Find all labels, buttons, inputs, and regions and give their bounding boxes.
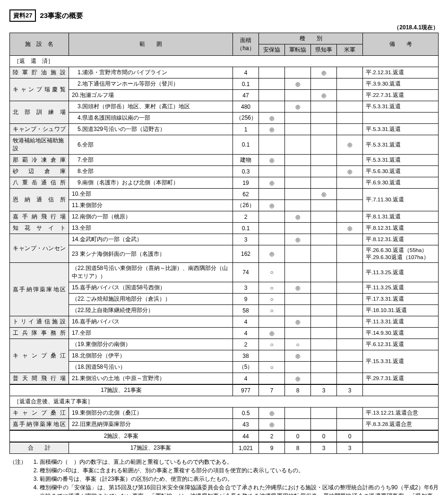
facility-cell: 嘉手納飛行場 (10, 211, 69, 223)
table-row: キャンプ桑江19.東側部分の北側（桑江）0.5◎平.13.12.21.返還合意 (10, 408, 439, 419)
facility-cell: キャンプ・シュワブ (10, 124, 69, 135)
section-header: ［返 還 済］ (10, 56, 439, 67)
table-row: 牧港補給地区補助施設 6.全部0.1◎平.5.3.31.返還 (10, 135, 439, 155)
table-row: 18.北側部分（伊平）38◎平.15.3.31.返還 (10, 350, 439, 362)
notes-list: 面積欄の（ ）内の数字は、直上の範囲と重複しているもので内数である。種別欄の○印… (30, 458, 439, 495)
facility-cell: 嘉手納弾薬庫地区 (10, 263, 69, 316)
th-t2: 軍転協 (285, 44, 311, 56)
th-t3: 県知事 (311, 44, 337, 56)
table-row: 北部訓練場 3.国頭村（伊部岳）地区、東村（高江）地区480◎平.5.3.31.… (10, 101, 439, 113)
th-type: 種 別 (259, 33, 363, 44)
table-row: 砂辺倉庫 8.全部0.3◎平.5.6.30.返還 (10, 166, 439, 177)
table-row: 20.泡瀬ゴルフ場47◎平.22.7.31.返還 (10, 90, 439, 101)
table-row: 15.嘉手納バイパス（国道58号西側）3○◎平.11.3.25.返還 (10, 282, 439, 294)
facility-cell: 知花サイト (10, 223, 69, 234)
total-label: 合 計 (10, 442, 69, 454)
th-area: 面積（ha） (233, 33, 259, 56)
table-row: （22.ごみ焼却施設用地部分（倉浜））9○平.17.3.31.返還 (10, 294, 439, 305)
table-row: （22.陸上自衛隊継続使用部分）58○平.18.10.31.返還 (10, 305, 439, 316)
table-body: ［返 還 済］陸軍貯油施設 1.浦添・宜野湾市間のパイプライン4◎平.2.12.… (10, 56, 439, 454)
facility-cell: 那覇冷凍倉庫 (10, 155, 69, 166)
table-row: 知花サイト13.全部0.1◎平.8.12.31.返還 (10, 223, 439, 234)
facility-cell: 恩納通信所 (10, 189, 69, 211)
table-row: 八重岳通信所 9.南側（名護市）および北側（本部町）19◎平.6.9.30.返還 (10, 177, 439, 189)
doc-title: 23事案の概要 (40, 11, 83, 20)
facility-cell: キャンプ・ハンセン (10, 234, 69, 263)
table-row: 工兵隊事務所17.全部4◎平.14.9.30.返還 (10, 328, 439, 339)
table-row: キャンプ・シュワブ 5.国道329号沿いの一部（辺野古）1◎平.5.3.31.返… (10, 124, 439, 135)
table-row: 陸軍貯油施設 1.浦添・宜野湾市間のパイプライン4◎平.2.12.31.返還 (10, 67, 439, 78)
note-item: 面積欄の（ ）内の数字は、直上の範囲と重複しているもので内数である。 (40, 458, 439, 466)
table-header: 施 設 名 範 囲 面積（ha） 種 別 備 考 安保協 軍転協 県知事 米軍 (10, 33, 439, 56)
table-row: キャンプ・ハンセン14.金武町内の一部（金武）3◎平.8.12.31.返還 (10, 234, 439, 245)
note-item: 種別欄中の「安保協」は、第15回及び第16回日米安全保障協議委員会会合で了承され… (40, 483, 439, 495)
table-row: 那覇冷凍倉庫 7.全部建物◎平.5.3.31.返還 (10, 155, 439, 166)
facility-cell: キャンプ瑞慶覧 (10, 78, 69, 101)
main-table: 施 設 名 範 囲 面積（ha） 種 別 備 考 安保協 軍転協 県知事 米軍 … (9, 33, 439, 454)
table-row: トリイ通信施設16.嘉手納バイパス4◎平.11.3.31.返還 (10, 316, 439, 328)
summary-row: 17施設、21事案9777833 (10, 384, 439, 396)
note-item: 範囲欄の番号は、事案（計23事案）の区別のため、便宜的に表示したもの。 (40, 475, 439, 483)
table-row: 嘉手納飛行場12.南側の一部（桃原）2◎平.8.1.31.返還 (10, 211, 439, 223)
facility-cell: 牧港補給地区補助施設 (10, 135, 69, 155)
facility-cell: 陸軍貯油施設 (10, 67, 69, 78)
doc-header: 資料27 23事案の概要 (9, 9, 439, 22)
doc-label: 資料27 (9, 9, 36, 22)
th-t1: 安保協 (259, 44, 285, 56)
facility-cell: 嘉手納弾薬庫地区 (10, 419, 69, 431)
summary-row: 2施設、2事案442000 (10, 430, 439, 442)
facility-cell: トリイ通信施設 (10, 316, 69, 328)
facility-cell: キャンプ桑江 (10, 339, 69, 373)
table-row: 嘉手納弾薬庫地区（22.国道58号沿い東側部分（喜納～比謝）、南西隅部分（山中エ… (10, 263, 439, 282)
facility-cell: 普天間飛行場 (10, 373, 69, 385)
facility-cell: 工兵隊事務所 (10, 328, 69, 339)
notes-label: （注） (9, 458, 30, 495)
notes-block: （注） 面積欄の（ ）内の数字は、直上の範囲と重複しているもので内数である。種別… (9, 458, 439, 495)
as-of-date: （2018.4.1現在） (9, 24, 439, 32)
th-range: 範 囲 (69, 33, 233, 56)
table-row: 4.県道名護国頭線以南の一部（256）◎ (10, 113, 439, 124)
th-facility: 施 設 名 (10, 33, 69, 56)
table-row: 23 東シナ海側斜面の一部（名護市）162◎平.26.6.30.返還（55ha）… (10, 245, 439, 263)
summary-row: 合 計17施設、23事案1,0219833 (10, 442, 439, 454)
facility-cell: キャンプ桑江 (10, 408, 69, 419)
th-remarks: 備 考 (363, 33, 439, 56)
note-item: 種別欄の○印は、事案に含まれる範囲が、別の事案と重複する部分の項目を便宜的に表示… (40, 466, 439, 475)
th-t4: 米軍 (337, 44, 363, 56)
table-row: 恩納通信所10.全部62◎平.7.11.30.返還 (10, 189, 439, 200)
facility-cell: 砂辺倉庫 (10, 166, 69, 177)
table-row: 嘉手納弾薬庫地区22.旧東恩納弾薬庫部分43◎平.8.3.28.返還合意 (10, 419, 439, 431)
section-header: ［返還合意後、返還未了事案］ (10, 396, 439, 408)
facility-cell: 八重岳通信所 (10, 177, 69, 189)
facility-cell: 北部訓練場 (10, 101, 69, 124)
table-row: キャンプ桑江（19.東側部分の南側）2○○平.6.12.31.返還 (10, 339, 439, 350)
table-row: キャンプ瑞慶覧 2.地下通信用マンホール等部分（登川）0.1◎平.3.9.30.… (10, 78, 439, 90)
table-row: 普天間飛行場 21.東側沿いの土地（中原～宜野湾）4◎平.29.7.31.返還 (10, 373, 439, 385)
